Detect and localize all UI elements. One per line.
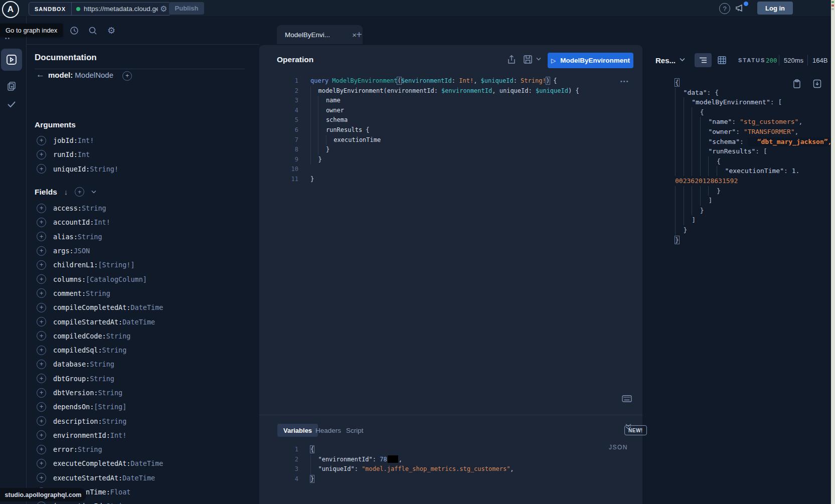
add-field-icon[interactable]: + — [37, 218, 46, 227]
field-type[interactable]: String — [78, 445, 102, 453]
field-type[interactable]: DateTime — [130, 459, 163, 467]
login-button[interactable]: Log in — [757, 2, 793, 15]
add-field-icon[interactable]: + — [37, 360, 46, 369]
response-heading[interactable]: Res... — [655, 56, 676, 65]
code-line[interactable]: 8} — [259, 145, 630, 155]
field-row[interactable]: +dbtGroup: String — [26, 372, 257, 386]
code-line[interactable]: 7executionTime — [259, 135, 630, 145]
add-field-icon[interactable]: + — [37, 164, 46, 174]
response-chevron-down-icon[interactable] — [680, 58, 685, 62]
code-line[interactable]: 4owner — [259, 106, 630, 116]
apollo-logo-icon[interactable]: A — [2, 1, 19, 18]
add-field-icon[interactable]: + — [37, 473, 46, 482]
add-field-icon[interactable]: + — [37, 388, 46, 398]
add-field-icon[interactable]: + — [37, 501, 46, 504]
add-field-icon[interactable]: + — [37, 331, 46, 341]
add-field-icon[interactable]: + — [37, 402, 46, 412]
response-json-viewer[interactable]: {"data": {"modelByEnvironment": [{"name"… — [663, 78, 828, 245]
code-line[interactable]: "schema": “dbt_mary_jackson”, — [663, 137, 828, 147]
code-line[interactable]: 4} — [259, 474, 630, 484]
status-bar-link[interactable]: studio.apollographql.com — [0, 488, 86, 501]
add-field-icon[interactable]: + — [37, 204, 46, 213]
code-line[interactable]: "data": { — [663, 88, 828, 98]
table-view-toggle[interactable] — [718, 56, 726, 64]
operation-editor[interactable]: 1query ModelByEnvironment($environmentId… — [259, 76, 630, 185]
code-line[interactable]: "owner": "TRANSFORMER", — [663, 127, 828, 137]
field-row[interactable]: +dependsOn: [String] — [26, 400, 257, 414]
publish-button[interactable]: Publish — [169, 2, 204, 15]
keyboard-shortcuts-icon[interactable] — [622, 395, 632, 402]
field-type[interactable]: String — [102, 417, 127, 425]
add-field-icon[interactable]: + — [37, 445, 46, 454]
breadcrumb-type[interactable]: ModelNode — [75, 71, 113, 79]
add-field-icon[interactable]: + — [37, 430, 46, 440]
argument-row[interactable]: +jobId: Int! — [26, 133, 257, 147]
add-field-icon[interactable]: + — [37, 374, 46, 383]
field-type[interactable]: DateTime — [130, 303, 163, 311]
code-line[interactable]: ] — [663, 215, 828, 225]
code-line[interactable]: 0023620128631592 — [663, 176, 828, 186]
field-type[interactable]: String — [90, 375, 114, 383]
tree-view-toggle[interactable] — [695, 53, 712, 67]
field-type[interactable]: Float — [110, 488, 131, 496]
code-line[interactable]: 9} — [259, 155, 630, 165]
help-icon[interactable]: ? — [719, 3, 730, 14]
collapse-panel-double-chevron-icon[interactable] — [624, 423, 632, 431]
field-type[interactable]: JSON — [74, 247, 90, 255]
add-field-icon[interactable]: + — [37, 246, 46, 256]
endpoint-bar[interactable]: SANDBOX https://metadata.cloud.get ⚙ — [29, 2, 171, 16]
add-field-icon[interactable]: + — [37, 288, 46, 298]
code-line[interactable]: 1{ — [259, 445, 630, 455]
code-line[interactable]: "runResults": [ — [663, 146, 828, 156]
field-type[interactable]: DateTime — [122, 318, 155, 326]
variables-editor[interactable]: 1{2"environmentId": 78,3"uniqueId": "mod… — [259, 445, 630, 484]
field-type[interactable]: Int! — [110, 431, 127, 439]
field-type[interactable]: String — [82, 204, 106, 212]
field-type[interactable]: String — [106, 332, 131, 340]
add-field-icon[interactable]: + — [37, 346, 46, 355]
field-row[interactable]: +accountId: Int! — [26, 215, 257, 229]
save-icon[interactable] — [523, 55, 533, 64]
field-row[interactable]: +alias: String — [26, 230, 257, 244]
code-line[interactable]: 1query ModelByEnvironment($environmentId… — [259, 76, 630, 86]
field-row[interactable]: +error: String — [26, 442, 257, 456]
argument-row[interactable]: +runId: Int — [26, 147, 257, 161]
tab-script[interactable]: Script — [346, 424, 364, 437]
settings-gear-icon[interactable]: ⚙ — [102, 17, 120, 44]
field-type[interactable]: Int! — [78, 136, 94, 144]
operation-tab[interactable]: ModelByEnvi... × — [277, 25, 363, 44]
code-line[interactable]: "executionTime": 1. — [663, 166, 828, 176]
add-field-icon[interactable]: + — [37, 459, 46, 468]
add-field-icon[interactable]: + — [37, 416, 46, 426]
field-row[interactable]: +dbtVersion: String — [26, 386, 257, 400]
sort-fields-icon[interactable]: ↓ — [64, 188, 68, 196]
copy-response-icon[interactable] — [793, 79, 801, 89]
field-type[interactable]: Int — [78, 150, 90, 158]
field-type[interactable]: [CatalogColumn] — [86, 275, 147, 283]
code-line[interactable]: 5schema — [259, 115, 630, 125]
field-type[interactable]: String — [90, 360, 114, 368]
field-row[interactable]: +compiledCode: String — [26, 329, 257, 343]
tab-headers[interactable]: Headers — [315, 424, 341, 437]
field-type[interactable]: [String!] — [98, 261, 134, 269]
field-row[interactable]: +access: String — [26, 201, 257, 215]
search-icon[interactable] — [84, 17, 102, 44]
field-type[interactable]: String — [106, 502, 131, 504]
chevron-down-icon[interactable] — [91, 190, 96, 194]
field-row[interactable]: +compiledSql: String — [26, 343, 257, 357]
code-line[interactable]: } — [663, 186, 828, 196]
add-all-fields-icon[interactable]: + — [75, 187, 84, 197]
field-row[interactable]: +columns: [CatalogColumn] — [26, 272, 257, 286]
field-type[interactable]: String — [86, 289, 110, 297]
field-type[interactable]: String — [78, 233, 102, 241]
code-line[interactable]: "name": "stg_customers", — [663, 117, 828, 127]
add-field-icon[interactable]: + — [37, 136, 46, 145]
field-row[interactable]: +childrenL1: [String!] — [26, 258, 257, 272]
code-line[interactable]: 2modelByEnvironment(environmentId: $envi… — [259, 86, 630, 96]
code-line[interactable]: { — [663, 78, 828, 88]
field-row[interactable]: +args: JSON — [26, 244, 257, 258]
code-line[interactable]: 11} — [259, 175, 630, 185]
code-line[interactable]: { — [663, 156, 828, 166]
share-icon[interactable] — [507, 55, 516, 65]
endpoint-url-input[interactable]: https://metadata.cloud.get — [84, 5, 158, 13]
